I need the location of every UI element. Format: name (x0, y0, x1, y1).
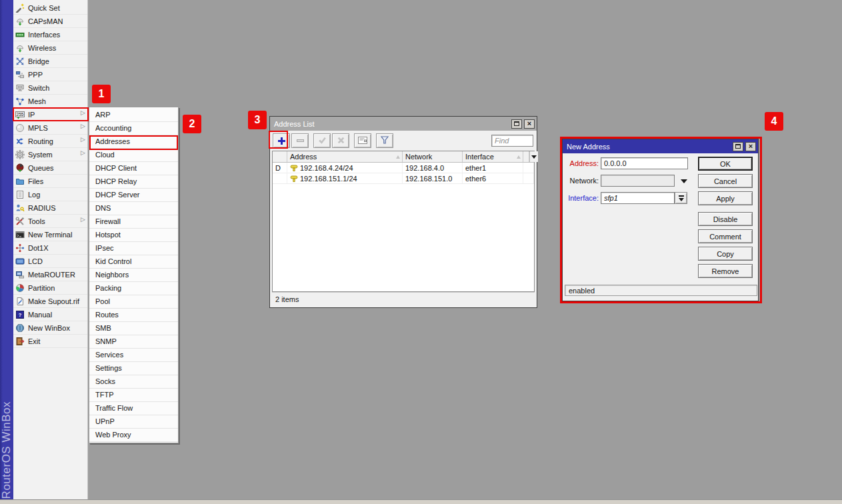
new-address-titlebar[interactable]: New Address × (563, 139, 758, 153)
sidebar-item-system[interactable]: System▷ (13, 148, 87, 161)
sidebar-item-quick-set[interactable]: Quick Set (13, 1, 87, 15)
ok-button[interactable]: OK (698, 157, 753, 171)
sidebar-item-radius[interactable]: RADIUS (13, 201, 87, 215)
submenu-item-routes[interactable]: Routes (89, 309, 178, 322)
comment-button[interactable]: Comment (698, 229, 753, 243)
sidebar-item-wireless[interactable]: Wireless (13, 41, 87, 55)
sidebar-item-manual[interactable]: ?Manual (13, 308, 87, 321)
maximize-icon (735, 144, 741, 149)
submenu-item-kid-control[interactable]: Kid Control (89, 255, 178, 269)
submenu-item-tftp[interactable]: TFTP (89, 389, 178, 402)
submenu-item-cloud[interactable]: Cloud (89, 149, 178, 162)
submenu-item-services[interactable]: Services (89, 349, 178, 362)
submenu-item-dns[interactable]: DNS (89, 202, 178, 215)
interface-dropdown-button[interactable] (675, 192, 687, 204)
sidebar-item-mesh[interactable]: Mesh (13, 95, 87, 108)
address-list-window: Address List × Address Network Interface… (269, 116, 537, 308)
sort-icon (396, 155, 400, 159)
interface-card-icon (15, 30, 25, 39)
remove-button[interactable]: Remove (698, 264, 753, 278)
submenu-item-dhcp-client[interactable]: DHCP Client (89, 162, 178, 175)
desktop: RouterOS WinBox Quick SetCAPsMANInterfac… (0, 0, 842, 504)
interface-column-header[interactable]: Interface (463, 151, 523, 162)
sidebar-item-label: Bridge (28, 57, 49, 65)
sidebar-item-new-winbox[interactable]: New WinBox (13, 321, 87, 335)
enable-button[interactable] (313, 133, 331, 148)
submenu-item-neighbors[interactable]: Neighbors (89, 269, 178, 282)
sidebar-item-ip[interactable]: 255IP▷ (13, 108, 87, 121)
sidebar-item-queues[interactable]: Queues (13, 161, 87, 175)
address-column-header[interactable]: Address (287, 151, 403, 162)
filter-funnel-icon (380, 135, 389, 146)
sidebar-item-lcd[interactable]: LCD (13, 255, 87, 268)
submenu-item-dhcp-relay[interactable]: DHCP Relay (89, 175, 178, 189)
sidebar-item-capsman[interactable]: CAPsMAN (13, 15, 87, 28)
sidebar-item-ppp[interactable]: PPP (13, 68, 87, 81)
address-field[interactable] (601, 157, 688, 169)
sidebar-item-make-supout-rif[interactable]: Make Supout.rif (13, 295, 87, 308)
routing-arrows-icon (15, 137, 25, 146)
find-input[interactable] (491, 135, 533, 147)
address-list-titlebar[interactable]: Address List × (270, 117, 537, 131)
sidebar-item-metarouter[interactable]: MetaROUTER (13, 268, 87, 281)
row-address-text: 192.168.4.24/24 (300, 164, 353, 172)
sidebar-item-label: Switch (28, 84, 49, 92)
close-button[interactable]: × (524, 119, 535, 129)
submenu-item-traffic-flow[interactable]: Traffic Flow (89, 402, 178, 415)
disable-button[interactable] (332, 133, 349, 148)
submenu-item-packing[interactable]: Packing (89, 282, 178, 295)
flag-column-header[interactable] (273, 151, 287, 162)
submenu-item-dhcp-server[interactable]: DHCP Server (89, 189, 178, 202)
sidebar-item-bridge[interactable]: Bridge (13, 55, 87, 68)
filter-button[interactable] (376, 133, 393, 148)
submenu-item-web-proxy[interactable]: Web Proxy (89, 429, 178, 442)
submenu-item-socks[interactable]: Socks (89, 375, 178, 389)
submenu-item-smb[interactable]: SMB (89, 322, 178, 335)
table-row[interactable]: 192.168.151.1/24192.168.151.0ether6 (273, 173, 534, 184)
sidebar-item-routing[interactable]: Routing▷ (13, 135, 87, 148)
address-table-body: D192.168.4.24/24192.168.4.0ether1192.168… (273, 163, 534, 184)
sidebar-item-interfaces[interactable]: Interfaces (13, 28, 87, 41)
submenu-item-accounting[interactable]: Accounting (89, 122, 178, 135)
remove-button[interactable] (291, 133, 309, 148)
submenu-item-hotspot[interactable]: Hotspot (89, 229, 178, 242)
sidebar-item-partition[interactable]: Partition (13, 281, 87, 295)
disable-button[interactable]: Disable (698, 212, 753, 226)
routeros-winbox-branding: RouterOS WinBox (0, 401, 13, 499)
antenna-dome-icon (15, 17, 25, 26)
interface-field[interactable] (601, 192, 675, 204)
maximize-button[interactable] (733, 142, 743, 151)
cancel-button[interactable]: Cancel (698, 174, 753, 188)
submenu-item-addresses[interactable]: Addresses (89, 135, 178, 149)
submenu-item-snmp[interactable]: SNMP (89, 335, 178, 349)
table-row[interactable]: D192.168.4.24/24192.168.4.0ether1 (273, 163, 534, 173)
sidebar-item-files[interactable]: Files (13, 175, 87, 188)
enabled-status: enabled (569, 287, 595, 295)
network-column-header[interactable]: Network (403, 151, 463, 162)
address-table: Address Network Interface D192.168.4.24/… (272, 151, 535, 292)
copy-button[interactable]: Copy (698, 247, 753, 261)
add-button[interactable] (273, 133, 290, 148)
apply-button[interactable]: Apply (698, 191, 753, 205)
sidebar-item-new-terminal[interactable]: New Terminal (13, 228, 87, 241)
submenu-item-upnp[interactable]: UPnP (89, 415, 178, 429)
close-icon: × (749, 143, 753, 150)
network-field[interactable] (601, 175, 675, 187)
comment-button[interactable] (354, 133, 371, 148)
sidebar-item-mpls[interactable]: MPLS▷ (13, 121, 87, 135)
maximize-button[interactable] (511, 119, 522, 129)
sidebar-item-tools[interactable]: Tools▷ (13, 215, 87, 228)
submenu-item-settings[interactable]: Settings (89, 362, 178, 375)
column-dropdown-button[interactable] (529, 151, 538, 162)
submenu-item-pool[interactable]: Pool (89, 295, 178, 309)
sidebar-item-switch[interactable]: Switch (13, 81, 87, 95)
submenu-item-firewall[interactable]: Firewall (89, 215, 178, 229)
network-dropdown-icon[interactable] (681, 179, 687, 183)
sidebar-item-exit[interactable]: Exit (13, 335, 87, 348)
close-button[interactable]: × (745, 142, 756, 151)
submenu-item-arp[interactable]: ARP (89, 109, 178, 122)
sidebar-item-log[interactable]: Log (13, 188, 87, 201)
sidebar-item-label: Dot1X (28, 244, 49, 252)
sidebar-item-dot1x[interactable]: Dot1X (13, 241, 87, 255)
submenu-item-ipsec[interactable]: IPsec (89, 242, 178, 255)
